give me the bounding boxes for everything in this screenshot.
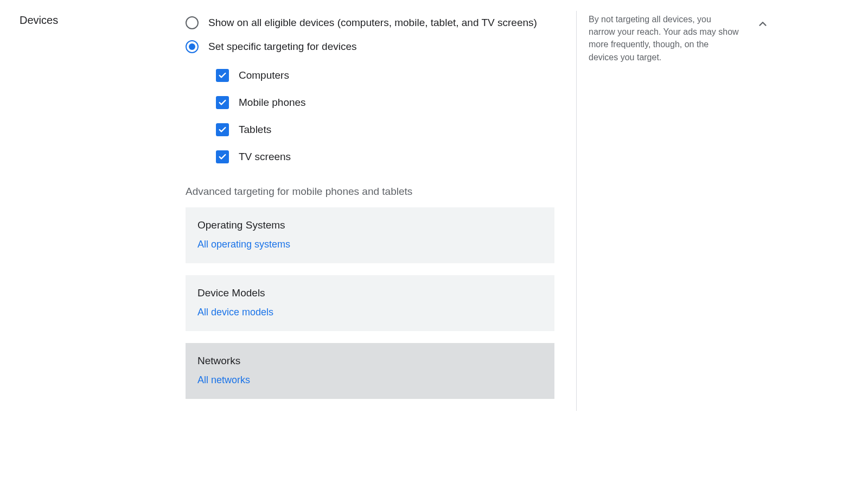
- radio-icon: [186, 16, 199, 29]
- radio-icon-selected: [186, 40, 199, 53]
- card-title: Operating Systems: [197, 219, 542, 231]
- checkbox-computers[interactable]: Computers: [216, 62, 554, 89]
- card-value: All networks: [197, 375, 542, 386]
- checkbox-label: Tablets: [239, 124, 271, 136]
- checkbox-tv-screens[interactable]: TV screens: [216, 143, 554, 170]
- checkbox-icon: [216, 150, 229, 163]
- checkbox-icon: [216, 96, 229, 109]
- advanced-heading: Advanced targeting for mobile phones and…: [186, 170, 554, 207]
- card-device-models[interactable]: Device Models All device models: [186, 275, 554, 331]
- card-title: Device Models: [197, 287, 542, 299]
- help-text: By not targeting all devices, you narrow…: [589, 13, 739, 64]
- checkbox-mobile-phones[interactable]: Mobile phones: [216, 89, 554, 116]
- checkbox-label: TV screens: [239, 151, 291, 163]
- card-title: Networks: [197, 355, 542, 367]
- checkbox-icon: [216, 69, 229, 82]
- section-title: Devices: [20, 11, 186, 27]
- card-value: All operating systems: [197, 239, 542, 250]
- checkbox-label: Computers: [239, 69, 289, 81]
- device-checkbox-list: Computers Mobile phones Tablets TV scree…: [186, 59, 554, 170]
- checkbox-tablets[interactable]: Tablets: [216, 116, 554, 143]
- collapse-button[interactable]: [754, 16, 771, 34]
- chevron-up-icon: [757, 18, 769, 32]
- radio-specific-devices[interactable]: Set specific targeting for devices: [186, 35, 554, 59]
- card-value: All device models: [197, 307, 542, 318]
- radio-all-devices[interactable]: Show on all eligible devices (computers,…: [186, 11, 554, 35]
- card-operating-systems[interactable]: Operating Systems All operating systems: [186, 207, 554, 263]
- radio-label: Set specific targeting for devices: [208, 41, 357, 53]
- checkbox-label: Mobile phones: [239, 97, 306, 109]
- checkbox-icon: [216, 123, 229, 136]
- card-networks[interactable]: Networks All networks: [186, 343, 554, 399]
- radio-label: Show on all eligible devices (computers,…: [208, 17, 537, 29]
